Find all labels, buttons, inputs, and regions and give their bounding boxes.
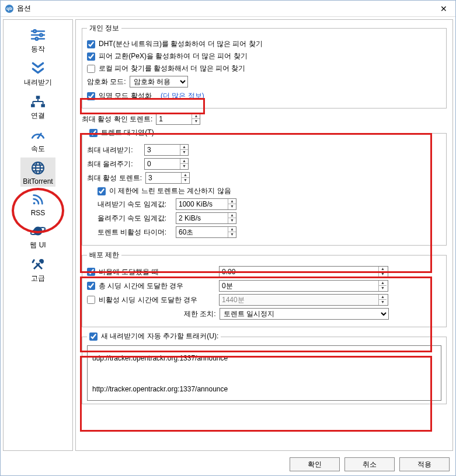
sidebar-label: 속도 (31, 144, 45, 154)
dht-label: DHT(분산 네트워크)를 활성화하여 더 많은 피어 찾기 (99, 39, 263, 49)
sidebar-item-downloads[interactable]: 내려받기 (4, 58, 72, 89)
total-seed-checkbox[interactable] (87, 282, 95, 290)
dialog-footer: 확인 취소 적용 (1, 453, 455, 475)
dht-checkbox[interactable] (87, 40, 95, 48)
sliders-icon (30, 28, 46, 42)
queue-enable-checkbox[interactable] (89, 129, 98, 137)
svg-point-4 (40, 34, 42, 36)
inact-timer-spinner[interactable]: ▲▼ (176, 226, 236, 238)
dl-thresh-spinner[interactable]: ▲▼ (176, 198, 236, 210)
trackers-group: 새 내려받기에 자동 추가할 트래커(U): (82, 332, 447, 404)
max-up-label: 최대 올려주기: (87, 159, 141, 169)
app-icon: qb (5, 5, 13, 13)
max-dl-spinner[interactable]: ▲▼ (144, 144, 189, 156)
trackers-enable-checkbox[interactable] (89, 332, 98, 341)
trackers-legend: 새 내려받기에 자동 추가할 트래커(U): (101, 331, 218, 341)
max-dl-label: 최대 내려받기: (87, 145, 141, 155)
inact-seed-checkbox[interactable] (87, 296, 95, 304)
sidebar: 동작 내려받기 연결 속도 (3, 19, 73, 451)
rss-icon (30, 192, 46, 206)
globe-icon (30, 161, 46, 175)
total-seed-label: 총 시딩 시간에 도달한 경우 (99, 281, 215, 291)
download-chevrons-icon (30, 61, 46, 75)
action-select[interactable]: 토렌트 일시정지 (220, 308, 389, 320)
svg-rect-8 (41, 104, 45, 107)
privacy-group: 개인 정보 DHT(분산 네트워크)를 활성화하여 더 많은 피어 찾기 피어 … (82, 23, 447, 108)
svg-rect-7 (31, 104, 35, 107)
sidebar-item-webui[interactable]: 웹 UI (4, 220, 72, 251)
max-act-label: 최대 활성 토렌트: (87, 173, 142, 183)
sidebar-item-advanced[interactable]: 고급 (4, 254, 72, 285)
max-active-check-label: 최대 활성 확인 토렌트: (82, 114, 152, 124)
seed-limit-group: 배포 제한 비율에 도달했을 때 ▲▼ 총 시딩 시간에 도달한 경우 ▲▼ 비… (82, 250, 447, 327)
sidebar-label: 연결 (31, 111, 45, 121)
ok-button[interactable]: 확인 (290, 457, 340, 471)
tools-icon (30, 257, 46, 271)
total-seed-spinner[interactable]: ▲▼ (219, 280, 388, 292)
cancel-button[interactable]: 취소 (344, 457, 395, 471)
sidebar-label: 고급 (31, 274, 45, 284)
pex-label: 피어 교환(PeX)을 활성화하여 더 많은 피어 찾기 (99, 51, 248, 61)
encryption-select[interactable]: 암호화 허용 (130, 76, 188, 88)
anonymous-more-link[interactable]: (더 많은 정보) (161, 91, 204, 101)
sidebar-item-speed[interactable]: 속도 (4, 124, 72, 155)
max-up-spinner[interactable]: ▲▼ (144, 158, 189, 170)
svg-point-14 (37, 137, 39, 139)
inact-seed-label: 비활성 시딩 시간에 도달한 경우 (99, 295, 215, 305)
network-icon (30, 94, 46, 108)
dl-thresh-label: 내려받기 속도 임계값: (98, 200, 172, 209)
seed-limit-legend: 배포 제한 (87, 250, 121, 260)
pex-checkbox[interactable] (87, 52, 95, 61)
sidebar-item-rss[interactable]: RSS (4, 189, 72, 218)
planet-icon (30, 224, 46, 238)
slow-exclude-label: 이 제한에 느린 토렌트는 계산하지 않음 (109, 186, 231, 196)
inact-timer-label: 토렌트 비활성 타이머: (98, 228, 172, 237)
ul-thresh-spinner[interactable]: ▲▼ (176, 212, 236, 224)
close-button[interactable]: ✕ (437, 4, 451, 13)
inact-seed-spinner[interactable]: ▲▼ (219, 294, 388, 306)
svg-rect-6 (36, 96, 40, 99)
anonymous-label: 익명 모드 활성화 (99, 91, 152, 101)
action-label: 제한 조치: (184, 309, 216, 319)
sidebar-label: 동작 (31, 44, 45, 54)
lpd-label: 로컬 피어 찾기를 활성화해서 더 많은 피어 찾기 (99, 64, 245, 74)
svg-point-20 (33, 202, 36, 205)
svg-point-5 (36, 37, 38, 40)
content-panel: 개인 정보 DHT(분산 네트워크)를 활성화하여 더 많은 피어 찾기 피어 … (75, 19, 453, 451)
encryption-label: 암호화 모드: (87, 77, 126, 87)
window-title: 옵션 (17, 4, 437, 13)
trackers-textarea[interactable] (87, 345, 441, 401)
ratio-spinner[interactable]: ▲▼ (219, 266, 388, 278)
apply-button[interactable]: 적용 (399, 457, 450, 471)
privacy-legend: 개인 정보 (87, 23, 121, 33)
sidebar-label: 웹 UI (30, 240, 46, 250)
sidebar-label: BitTorrent (23, 177, 53, 186)
svg-point-3 (33, 30, 36, 32)
ratio-label: 비율에 도달했을 때 (99, 267, 215, 277)
sidebar-label: 내려받기 (24, 78, 52, 88)
ratio-checkbox[interactable] (87, 268, 95, 276)
max-act-spinner[interactable]: ▲▼ (145, 172, 190, 184)
sidebar-item-bittorrent[interactable]: BitTorrent (20, 158, 55, 187)
sidebar-label: RSS (31, 209, 46, 217)
sidebar-item-connection[interactable]: 연결 (4, 91, 72, 122)
max-active-check-spinner[interactable]: ▲▼ (156, 113, 200, 125)
anonymous-checkbox[interactable] (87, 92, 95, 100)
lpd-checkbox[interactable] (87, 65, 95, 73)
ul-thresh-label: 올려주기 속도 임계값: (98, 214, 172, 223)
queue-legend: 토렌트 대기열(T) (101, 128, 154, 138)
slow-exclude-checkbox[interactable] (98, 187, 106, 195)
svg-rect-23 (32, 259, 35, 264)
queue-group: 토렌트 대기열(T) 최대 내려받기: ▲▼ 최대 올려주기: ▲▼ 최대 활성… (82, 128, 447, 246)
gauge-icon (30, 128, 46, 142)
sidebar-item-behavior[interactable]: 동작 (4, 24, 72, 55)
